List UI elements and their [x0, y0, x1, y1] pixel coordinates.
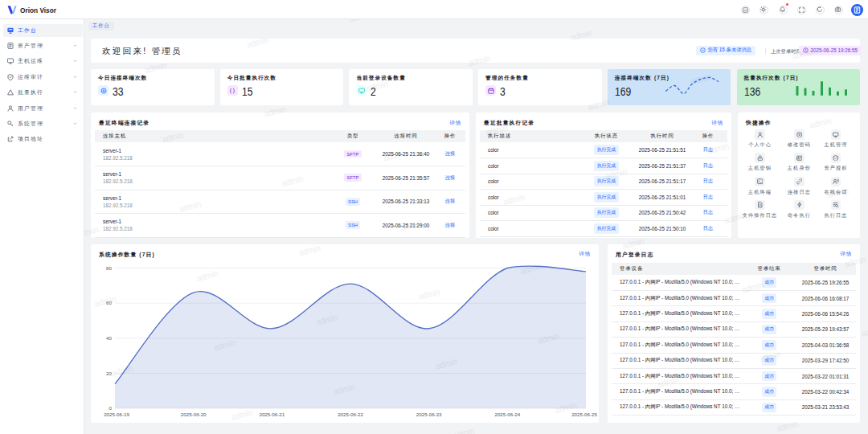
svg-text:40: 40 [106, 335, 112, 341]
svg-text:20: 20 [106, 370, 112, 375]
svg-text:0: 0 [109, 405, 113, 411]
svg-text:2025-06-24: 2025-06-24 [494, 411, 520, 416]
svg-text:80: 80 [106, 264, 112, 270]
svg-text:2025-06-25: 2025-06-25 [571, 411, 597, 416]
svg-text:60: 60 [106, 300, 112, 305]
svg-text:2025-06-19: 2025-06-19 [104, 411, 129, 416]
svg-text:2025-06-22: 2025-06-22 [338, 411, 363, 416]
svg-text:2025-06-21: 2025-06-21 [259, 411, 285, 416]
svg-text:2025-06-23: 2025-06-23 [416, 411, 442, 416]
svg-text:2025-06-20: 2025-06-20 [181, 411, 207, 416]
